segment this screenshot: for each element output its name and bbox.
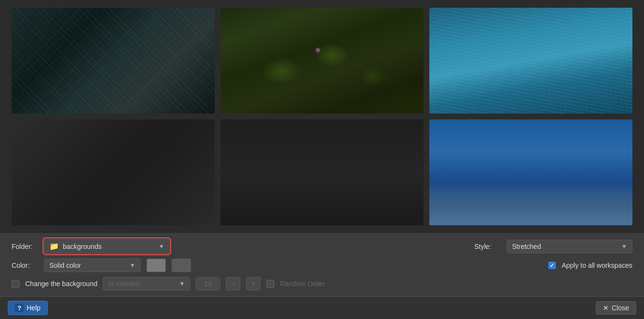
help-button[interactable]: ? Help — [8, 301, 48, 315]
color-label: Color: — [12, 261, 38, 269]
color-dropdown-arrow: ▼ — [130, 262, 135, 269]
minutes-label: in minutes: — [108, 280, 141, 288]
color-swatch-1[interactable] — [146, 259, 166, 272]
apply-all-label: Apply to all workspaces — [562, 261, 632, 269]
folder-value: backgrounds — [63, 243, 102, 250]
folder-label: Folder: — [12, 243, 38, 250]
wallpaper-dialog: Folder: 📁 backgrounds ▼ Style: Stretched… — [0, 0, 644, 319]
thumbnail-5[interactable] — [220, 119, 424, 225]
increment-button[interactable]: + — [246, 277, 261, 290]
folder-style-row: Folder: 📁 backgrounds ▼ Style: Stretched… — [12, 239, 632, 254]
thumbnail-4[interactable] — [12, 119, 215, 225]
thumbnail-6[interactable] — [429, 119, 632, 225]
color-swatch-2[interactable] — [172, 259, 191, 272]
help-label: Help — [27, 304, 41, 312]
controls-panel: Folder: 📁 backgrounds ▼ Style: Stretched… — [0, 233, 644, 296]
style-dropdown-arrow: ▼ — [621, 243, 627, 250]
thumbnail-2[interactable] — [220, 8, 424, 114]
change-bg-checkbox[interactable] — [12, 280, 19, 288]
folder-dropdown[interactable]: 📁 backgrounds ▼ — [44, 239, 170, 254]
apply-all-checkbox[interactable] — [548, 261, 556, 269]
change-bg-label: Change the background — [25, 280, 97, 288]
color-dropdown[interactable]: Solid color ▼ — [44, 259, 141, 272]
decrement-button[interactable]: − — [226, 277, 240, 290]
color-row: Color: Solid color ▼ Apply to all worksp… — [12, 259, 632, 272]
folder-dropdown-arrow: ▼ — [159, 243, 164, 250]
change-bg-row: Change the background in minutes: ▼ 10 −… — [12, 277, 632, 290]
help-icon: ? — [15, 304, 24, 312]
thumbnail-1[interactable] — [12, 8, 215, 114]
style-dropdown[interactable]: Stretched ▼ — [507, 240, 632, 253]
thumbnail-3[interactable] — [429, 8, 632, 114]
minutes-dropdown-arrow: ▼ — [179, 280, 185, 287]
interval-input[interactable]: 10 — [196, 277, 220, 290]
folder-icon: 📁 — [49, 242, 59, 251]
close-label: Close — [612, 304, 629, 312]
close-button[interactable]: ✕ Close — [596, 301, 636, 315]
bottom-bar: ? Help ✕ Close — [0, 296, 644, 319]
minutes-dropdown[interactable]: in minutes: ▼ — [103, 277, 190, 290]
wallpaper-grid — [0, 0, 644, 233]
close-icon: ✕ — [603, 304, 609, 312]
color-value: Solid color — [49, 261, 81, 269]
style-value: Stretched — [512, 243, 541, 250]
style-label: Style: — [474, 243, 501, 250]
random-order-checkbox[interactable] — [266, 280, 274, 288]
random-order-label: Random Order — [280, 280, 325, 288]
